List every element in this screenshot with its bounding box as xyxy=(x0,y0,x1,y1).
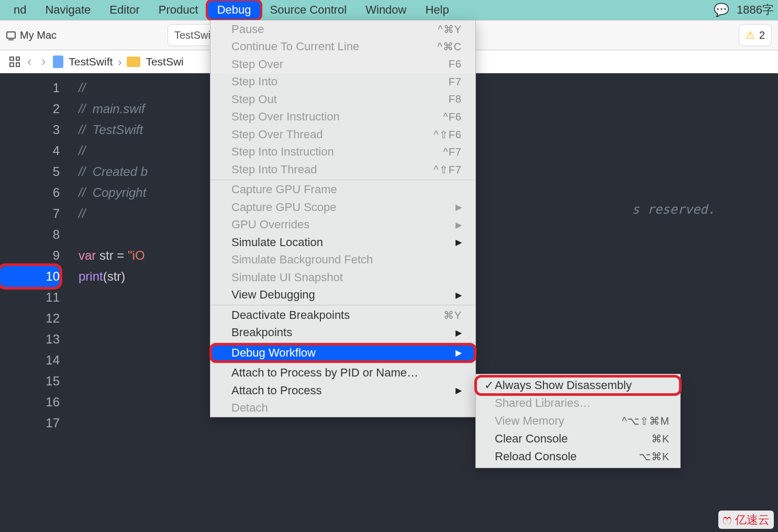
line-gutter[interactable]: 1234567891011121314151617 xyxy=(0,73,69,434)
watermark: ෆ 亿速云 xyxy=(718,511,774,529)
menu-step-over-instruction: Step Over Instruction^F6 xyxy=(210,108,475,126)
submenu-arrow-icon: ▶ xyxy=(455,328,462,338)
submenu-arrow-icon: ▶ xyxy=(455,385,462,395)
warning-count: 2 xyxy=(759,29,765,41)
menu-step-over: Step OverF6 xyxy=(210,56,475,73)
crumb-folder[interactable]: TestSwi xyxy=(146,56,183,68)
truncated-comment: s reserved. xyxy=(632,202,715,217)
menu-simulate-background-fetch: Simulate Background Fetch xyxy=(210,251,475,269)
crumb-project[interactable]: TestSwift xyxy=(69,56,113,68)
line-number[interactable]: 4 xyxy=(0,140,60,161)
forward-button[interactable]: › xyxy=(39,53,48,70)
menu-item-debug[interactable]: Debug xyxy=(208,1,261,19)
menu-detach: Detach xyxy=(210,400,475,417)
line-number[interactable]: 2 xyxy=(0,98,60,119)
menu-continue-to-current-line: Continue To Current Line^⌘C xyxy=(210,38,475,56)
breakpoint-line[interactable]: 10 xyxy=(0,266,60,287)
submenu-arrow-icon: ▶ xyxy=(455,220,462,230)
menu-item-window[interactable]: Window xyxy=(356,1,416,19)
swift-file-icon xyxy=(53,56,63,68)
line-number[interactable]: 11 xyxy=(0,287,60,308)
menu-item-nd[interactable]: nd xyxy=(4,1,36,19)
status-text: 1886字 xyxy=(737,2,774,18)
menu-deactivate-breakpoints[interactable]: Deactivate Breakpoints⌘Y xyxy=(210,306,475,324)
menu-step-out: Step OutF8 xyxy=(210,91,475,108)
line-number[interactable]: 12 xyxy=(0,308,60,329)
line-number[interactable]: 15 xyxy=(0,371,60,392)
submenu-arrow-icon: ▶ xyxy=(455,348,462,358)
submenu-always-show-disassembly[interactable]: ✓Always Show Disassembly xyxy=(476,376,680,394)
watermark-icon: ෆ xyxy=(723,512,732,528)
menu-debug-workflow[interactable]: Debug Workflow▶ xyxy=(210,344,475,362)
line-number[interactable]: 1 xyxy=(0,77,60,98)
menu-item-navigate[interactable]: Navigate xyxy=(36,1,100,19)
menu-breakpoints[interactable]: Breakpoints▶ xyxy=(210,324,475,342)
line-number[interactable]: 16 xyxy=(0,392,60,413)
menubar: nd Navigate Editor Product Debug Source … xyxy=(0,0,778,20)
menu-attach-to-process-by-pid-or-name-[interactable]: Attach to Process by PID or Name… xyxy=(210,364,475,382)
menu-simulate-ui-snapshot: Simulate UI Snapshot xyxy=(210,269,475,286)
chevron-icon: › xyxy=(118,56,121,68)
menu-item-editor[interactable]: Editor xyxy=(100,1,149,19)
menu-item-help[interactable]: Help xyxy=(416,1,458,19)
menu-step-into-instruction: Step Into Instruction^F7 xyxy=(210,143,475,161)
menu-item-source-control[interactable]: Source Control xyxy=(260,1,356,19)
line-number[interactable]: 17 xyxy=(0,413,60,434)
related-items-icon[interactable] xyxy=(9,57,20,67)
menu-capture-gpu-frame: Capture GPU Frame xyxy=(210,181,475,199)
menu-attach-to-process[interactable]: Attach to Process▶ xyxy=(210,382,475,400)
line-number[interactable]: 5 xyxy=(0,161,60,182)
menu-simulate-location[interactable]: Simulate Location▶ xyxy=(210,234,475,251)
submenu-view-memory: View Memory^⌥⇧⌘M xyxy=(476,412,680,430)
submenu-arrow-icon: ▶ xyxy=(455,202,462,212)
menu-pause: Pause^⌘Y xyxy=(210,20,475,38)
line-number[interactable]: 14 xyxy=(0,350,60,371)
submenu-clear-console[interactable]: Clear Console⌘K xyxy=(476,430,680,448)
folder-icon xyxy=(127,57,140,67)
line-number[interactable]: 8 xyxy=(0,224,60,245)
menu-capture-gpu-scope: Capture GPU Scope▶ xyxy=(210,198,475,216)
menu-view-debugging[interactable]: View Debugging▶ xyxy=(210,286,475,304)
submenu-arrow-icon: ▶ xyxy=(455,237,462,247)
menu-step-over-thread: Step Over Thread^⇧F6 xyxy=(210,126,475,143)
line-number[interactable]: 9 xyxy=(0,245,60,266)
line-number[interactable]: 6 xyxy=(0,182,60,203)
menu-step-into: Step IntoF7 xyxy=(210,73,475,91)
line-number[interactable]: 7 xyxy=(0,203,60,224)
device-label: My Mac xyxy=(20,29,57,41)
check-icon: ✓ xyxy=(483,379,495,392)
watermark-text: 亿速云 xyxy=(735,512,770,528)
activity-text: TestSwi xyxy=(174,29,210,41)
monitor-icon xyxy=(6,31,16,39)
line-number[interactable]: 13 xyxy=(0,329,60,350)
menu-gpu-overrides: GPU Overrides▶ xyxy=(210,216,475,234)
code-area[interactable]: //// main.swif// TestSwift//// Created b… xyxy=(79,77,148,434)
debug-workflow-submenu: ✓Always Show DisassemblyShared Libraries… xyxy=(475,374,681,468)
menu-item-product[interactable]: Product xyxy=(149,1,208,19)
submenu-arrow-icon: ▶ xyxy=(455,290,462,300)
warning-icon: ⚠︎ xyxy=(746,29,755,41)
run-destination[interactable]: My Mac xyxy=(6,29,57,41)
submenu-shared-libraries-: Shared Libraries… xyxy=(476,394,680,412)
issues-indicator[interactable]: ⚠︎ 2 xyxy=(739,24,772,46)
line-number[interactable]: 3 xyxy=(0,119,60,140)
submenu-reload-console[interactable]: Reload Console⌥⌘K xyxy=(476,448,680,465)
back-button[interactable]: ‹ xyxy=(25,53,34,70)
wechat-icon[interactable]: 💬 xyxy=(714,3,729,17)
menu-step-into-thread: Step Into Thread^⇧F7 xyxy=(210,161,475,179)
debug-menu-dropdown: Pause^⌘YContinue To Current Line^⌘CStep … xyxy=(210,20,476,417)
